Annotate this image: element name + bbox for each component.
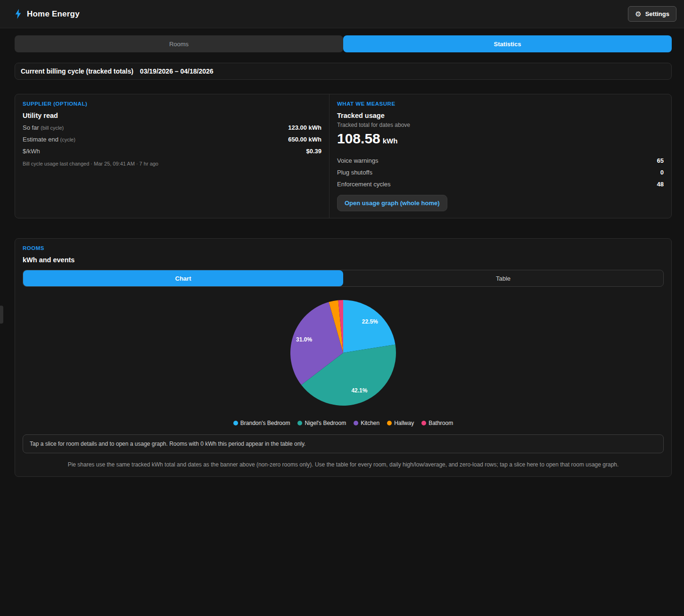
supplier-row-label: $/kWh	[23, 148, 40, 155]
gear-icon: ⚙	[635, 10, 641, 17]
supplier-row-so-far: So far (bill cycle) 123.00 kWh	[23, 124, 321, 131]
legend-label: Kitchen	[361, 420, 379, 426]
pie-slice-0[interactable]	[343, 300, 396, 353]
main-tabs: Rooms Statistics	[15, 35, 672, 52]
pie-slice-label: 31.0%	[296, 336, 312, 343]
measure-title: Tracked usage	[337, 112, 664, 119]
measure-column: WHAT WE MEASURE Tracked usage Tracked to…	[330, 94, 671, 218]
supplier-row-value: 123.00 kWh	[288, 124, 321, 131]
measure-section-label: WHAT WE MEASURE	[337, 101, 664, 107]
legend-item: Kitchen	[354, 420, 379, 426]
pie-slice-label: 42.1%	[351, 387, 367, 394]
top-bar: Home Energy ⚙ Settings	[0, 0, 684, 28]
pie-chart[interactable]: 22.5%42.1%31.0%	[23, 291, 664, 414]
legend-dot	[297, 421, 302, 425]
legend-label: Brandon's Bedroom	[240, 420, 290, 426]
pie-slice-label: 22.5%	[362, 318, 378, 325]
settings-button[interactable]: ⚙ Settings	[628, 6, 676, 22]
drawer-handle[interactable]	[0, 306, 3, 324]
open-usage-graph-button[interactable]: Open usage graph (whole home)	[337, 195, 447, 211]
supplier-row-label: So far (bill cycle)	[23, 124, 64, 131]
billing-cycle-banner: Current billing cycle (tracked totals) 0…	[15, 63, 672, 80]
app-title: Home Energy	[27, 9, 80, 19]
measure-rows: Voice warnings 65 Plug shutoffs 0 Enforc…	[337, 152, 664, 188]
rooms-section-label: ROOMS	[23, 245, 664, 251]
supplier-column: SUPPLIER (OPTIONAL) Utility read So far …	[15, 94, 329, 218]
tracked-total-value: 108.58	[337, 131, 380, 147]
legend-label: Hallway	[394, 420, 414, 426]
supplier-row-value: 650.00 kWh	[288, 136, 321, 143]
legend-label: Nigel's Bedroom	[305, 420, 346, 426]
legend-dot	[387, 421, 392, 425]
legend-dot	[354, 421, 358, 425]
settings-label: Settings	[645, 10, 669, 17]
supplier-row-label: Estimate end (cycle)	[23, 136, 75, 143]
pie-chart-svg[interactable]: 22.5%42.1%31.0%	[282, 291, 404, 414]
supplier-footnote: Bill cycle usage last changed · Mar 25, …	[23, 161, 321, 166]
pie-legend: Brandon's BedroomNigel's BedroomKitchenH…	[23, 420, 664, 426]
toggle-table[interactable]: Table	[343, 270, 663, 286]
legend-dot	[233, 421, 238, 425]
supplier-section-label: SUPPLIER (OPTIONAL)	[23, 101, 321, 107]
top-bar-left: Home Energy	[8, 9, 80, 19]
measure-row-plug-shutoffs: Plug shutoffs 0	[337, 169, 664, 176]
legend-dot	[421, 421, 426, 425]
lightning-bolt-icon	[15, 9, 22, 19]
supplier-row-estimate: Estimate end (cycle) 650.00 kWh	[23, 136, 321, 143]
supplier-title: Utility read	[23, 112, 321, 119]
banner-label: Current billing cycle (tracked totals)	[21, 67, 133, 75]
toggle-chart[interactable]: Chart	[23, 270, 343, 286]
summary-card: SUPPLIER (OPTIONAL) Utility read So far …	[15, 94, 672, 218]
tab-statistics[interactable]: Statistics	[343, 35, 672, 52]
chart-table-toggle: Chart Table	[23, 270, 664, 287]
measure-subtitle: Tracked total for dates above	[337, 122, 664, 128]
measure-row-voice-warnings: Voice warnings 65	[337, 157, 664, 164]
rooms-title: kWh and events	[23, 256, 664, 264]
measure-row-enforcement-cycles: Enforcement cycles 48	[337, 181, 664, 188]
legend-item: Nigel's Bedroom	[297, 420, 346, 426]
rooms-footnote: Pie shares use the same tracked kWh tota…	[23, 461, 664, 468]
supplier-row-value: $0.39	[306, 148, 321, 155]
rooms-card: ROOMS kWh and events Chart Table 22.5%42…	[15, 238, 672, 477]
tracked-total-unit: kWh	[383, 137, 398, 145]
main-content: Rooms Statistics Current billing cycle (…	[0, 28, 684, 477]
tracked-total: 108.58 kWh	[337, 131, 664, 147]
hint-box: Tap a slice for room details and to open…	[23, 434, 664, 453]
hint-text: Tap a slice for room details and to open…	[30, 441, 305, 447]
legend-label: Bathroom	[429, 420, 453, 426]
tab-rooms[interactable]: Rooms	[15, 35, 343, 52]
legend-item: Hallway	[387, 420, 414, 426]
legend-item: Brandon's Bedroom	[233, 420, 290, 426]
supplier-row-rate: $/kWh $0.39	[23, 148, 321, 155]
legend-item: Bathroom	[421, 420, 453, 426]
banner-range: 03/19/2026 – 04/18/2026	[140, 67, 214, 75]
